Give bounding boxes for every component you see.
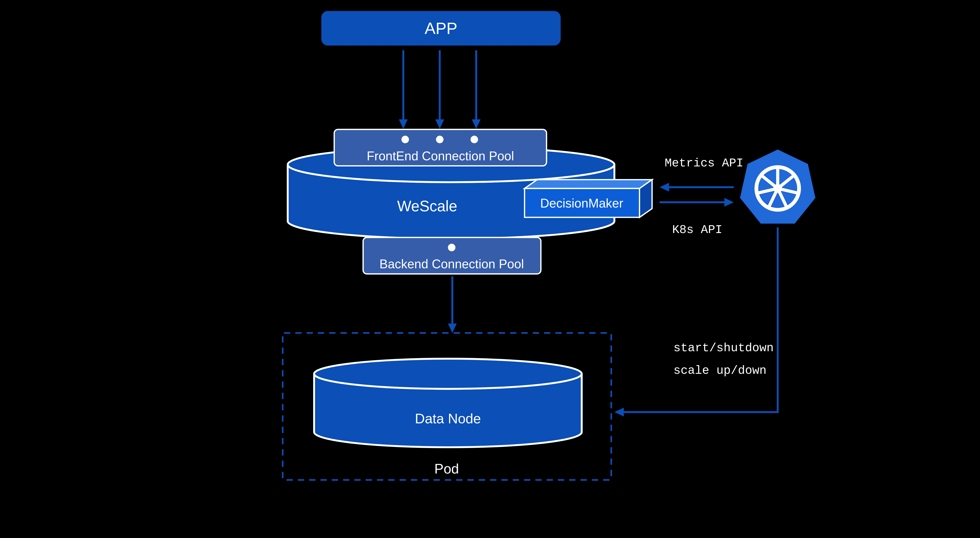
pool-dot-icon	[436, 135, 443, 143]
pool-dot-icon	[401, 135, 409, 143]
metrics-api-label: Metrics API	[665, 156, 743, 170]
action-scale: scale up/down	[673, 364, 767, 377]
app-label: APP	[425, 19, 457, 37]
arrow-wescale-to-pod	[448, 276, 457, 333]
svg-marker-10	[525, 180, 652, 189]
svg-marker-16	[724, 198, 734, 207]
svg-marker-30	[614, 407, 624, 417]
svg-marker-14	[660, 183, 669, 192]
backend-pool: Backend Connection Pool	[363, 237, 541, 274]
decision-maker: DecisionMaker	[525, 180, 652, 217]
pool-dot-icon	[471, 135, 478, 143]
data-node-label: Data Node	[415, 411, 481, 426]
kubernetes-icon	[740, 150, 816, 224]
arrows-app-to-wescale	[399, 50, 480, 129]
svg-marker-28	[448, 323, 457, 333]
svg-marker-6	[472, 119, 480, 129]
frontend-pool: FrontEnd Connection Pool	[334, 129, 546, 166]
k8s-api-label: K8s API	[672, 223, 722, 237]
svg-marker-2	[399, 119, 408, 129]
pool-dot-icon	[448, 244, 455, 251]
action-start-shutdown: start/shutdown	[673, 341, 773, 355]
architecture-diagram: APP WeScale FrontEnd Connection Pool Bac…	[0, 0, 980, 484]
app-node: APP	[321, 11, 560, 45]
backend-pool-label: Backend Connection Pool	[379, 257, 524, 271]
arrows-dm-k8s	[660, 183, 733, 207]
frontend-pool-label: FrontEnd Connection Pool	[367, 149, 514, 163]
arrow-k8s-to-pod	[614, 228, 778, 417]
decision-maker-label: DecisionMaker	[540, 196, 623, 210]
wescale-label: WeScale	[397, 197, 457, 215]
svg-point-29	[314, 359, 582, 389]
data-node-cylinder: Data Node	[314, 359, 582, 447]
svg-marker-4	[435, 119, 444, 129]
pod-label: Pod	[434, 461, 459, 476]
